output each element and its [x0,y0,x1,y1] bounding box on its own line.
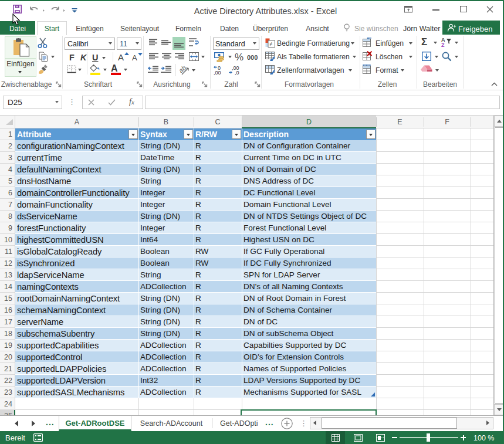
svg-text:Z: Z [441,42,445,48]
svg-text:≠: ≠ [270,41,273,47]
svg-text:,0: ,0 [235,70,239,75]
svg-text:,00: ,00 [214,70,221,75]
